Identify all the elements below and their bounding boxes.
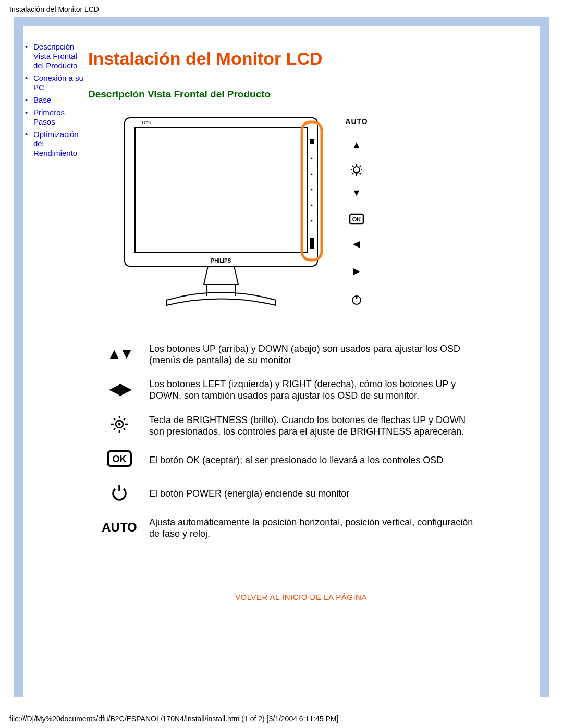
- svg-line-19: [360, 166, 361, 167]
- svg-text:OK: OK: [352, 216, 361, 223]
- svg-line-33: [124, 418, 125, 420]
- legend-text: Los botones UP (arriba) y DOWN (abajo) s…: [149, 337, 482, 372]
- sidebar-item-optimizacion[interactable]: •Optimización del Rendimiento: [29, 128, 88, 159]
- leftright-icon: ◀▶: [96, 372, 149, 408]
- browser-title: Instalación del Monitor LCD: [0, 0, 563, 17]
- monitor-brand-label: PHILIPS: [211, 258, 231, 264]
- svg-line-18: [352, 173, 353, 174]
- sidebar-item-label: Primeros Pasos: [33, 108, 65, 126]
- svg-text:OK: OK: [113, 454, 127, 464]
- svg-point-5: [311, 158, 313, 159]
- svg-point-8: [311, 205, 313, 206]
- legend-row-leftright: ◀▶ Los botones LEFT (izquierda) y RIGHT …: [96, 372, 482, 408]
- svg-rect-1: [135, 127, 307, 252]
- legend-row-auto: AUTO Ajusta automáticamente la posición …: [96, 510, 482, 546]
- sidebar-item-label: Optimización del Rendimiento: [33, 130, 79, 157]
- sidebar-item-conexion[interactable]: •Conexión a su PC: [29, 72, 88, 94]
- svg-point-7: [311, 189, 313, 191]
- legend-text: Los botones LEFT (izquierda) y RIGHT (de…: [149, 372, 482, 408]
- sidebar-item-descripcion[interactable]: •Descripción Vista Frontal del Producto: [29, 41, 88, 72]
- svg-point-6: [311, 174, 313, 175]
- sidebar-item-label: Base: [33, 95, 51, 104]
- monitor-illustration: 170N PHILIPS: [104, 113, 396, 321]
- monitor-diagram: 170N PHILIPS: [104, 113, 396, 321]
- svg-point-9: [311, 220, 313, 222]
- legend-row-power: El botón POWER (energía) enciende su mon…: [96, 476, 482, 510]
- svg-line-31: [124, 428, 125, 430]
- legend-text: El botón OK (aceptar); al ser presionado…: [149, 443, 482, 476]
- svg-point-11: [353, 167, 360, 173]
- svg-line-17: [360, 173, 361, 174]
- legend-row-updown: ▲▼ Los botones UP (arriba) y DOWN (abajo…: [96, 337, 482, 372]
- brightness-icon: [351, 164, 362, 176]
- legend-text: Tecla de BRIGHTNESS (brillo). Cuando los…: [149, 408, 482, 443]
- sidebar-item-base[interactable]: •Base: [29, 94, 88, 106]
- down-arrow-icon: ▼: [352, 188, 361, 198]
- updown-icon: ▲▼: [96, 337, 149, 372]
- footer-path: file:///D|/My%20documents/dfu/B2C/ESPANO…: [0, 709, 563, 728]
- svg-line-32: [114, 428, 115, 430]
- page-title: Instalación del Monitor LCD: [88, 48, 514, 69]
- legend-table: ▲▼ Los botones UP (arriba) y DOWN (abajo…: [96, 337, 482, 546]
- sidebar-item-primeros-pasos[interactable]: •Primeros Pasos: [29, 106, 88, 128]
- svg-rect-10: [310, 238, 314, 249]
- svg-line-30: [114, 418, 115, 420]
- power-icon: [352, 295, 361, 304]
- main-content: Instalación del Monitor LCD Descripción …: [88, 48, 540, 601]
- ok-icon: OK: [350, 214, 363, 224]
- legend-text: El botón POWER (energía) enciende su mon…: [149, 476, 482, 510]
- legend-row-ok: OK El botón OK (aceptar); al ser presion…: [96, 443, 482, 476]
- section-title: Descripción Vista Frontal del Producto: [88, 89, 514, 100]
- brightness-icon: [96, 408, 149, 443]
- sidebar-item-label: Conexión a su PC: [33, 73, 83, 92]
- right-arrow-icon: ▶: [353, 266, 360, 276]
- auto-icon: AUTO: [345, 117, 368, 126]
- power-icon: [96, 476, 149, 510]
- sidebar-item-label: Descripción Vista Frontal del Producto: [33, 42, 77, 70]
- svg-rect-4: [310, 139, 314, 144]
- auto-icon: AUTO: [96, 510, 149, 546]
- legend-text: Ajusta automáticamente la posición horiz…: [149, 510, 482, 546]
- left-arrow-icon: ◀: [353, 239, 360, 249]
- back-to-top-link[interactable]: VOLVER AL INICIO DE LA PÁGINA: [88, 593, 514, 601]
- page-frame: •Descripción Vista Frontal del Producto …: [14, 17, 549, 697]
- svg-line-16: [352, 166, 353, 167]
- up-arrow-icon: ▲: [352, 140, 361, 150]
- svg-point-25: [118, 423, 121, 426]
- legend-row-brightness: Tecla de BRIGHTNESS (brillo). Cuando los…: [96, 408, 482, 443]
- monitor-model-label: 170N: [141, 120, 151, 125]
- sidebar: •Descripción Vista Frontal del Producto …: [23, 41, 88, 159]
- ok-icon: OK: [96, 443, 149, 476]
